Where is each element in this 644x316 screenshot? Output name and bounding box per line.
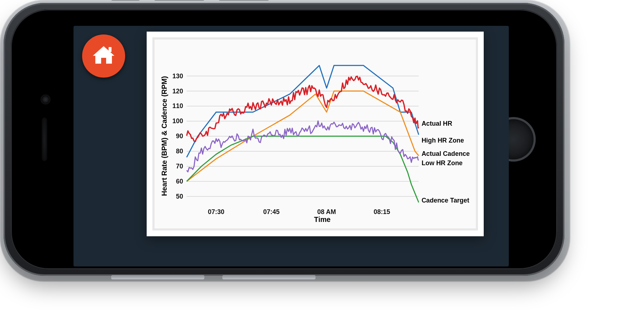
x-tick-label: 07:45 xyxy=(263,208,280,215)
app-screen: 07:3007:4508 AM08:15 5060708090100110120… xyxy=(74,26,509,266)
earpiece-speaker xyxy=(42,117,47,161)
legend-actual-hr: Actual HR xyxy=(422,120,453,127)
phone-bottom-port-right xyxy=(222,275,316,279)
home-icon xyxy=(90,42,117,70)
y-tick-label: 120 xyxy=(172,88,183,95)
phone-volume-up xyxy=(154,0,204,1)
y-tick-label: 50 xyxy=(176,193,183,200)
legend-cadence-target: Cadence Target xyxy=(422,197,469,204)
phone-volume-down xyxy=(219,0,269,1)
chart-frame: 07:3007:4508 AM08:15 5060708090100110120… xyxy=(152,37,478,231)
chart-card: 07:3007:4508 AM08:15 5060708090100110120… xyxy=(147,32,484,236)
page-root: { "app": { "home_button_name": "home" },… xyxy=(0,0,644,316)
x-tick-label: 07:30 xyxy=(208,208,224,215)
y-tick-label: 130 xyxy=(172,73,183,80)
y-tick-label: 60 xyxy=(176,178,183,185)
legend-low-hr: Low HR Zone xyxy=(422,159,463,167)
x-tick-label: 08 AM xyxy=(317,208,336,215)
legend-actual-cadence: Actual Cadence xyxy=(422,150,470,157)
y-tick-label: 70 xyxy=(176,163,183,170)
series-high-hr-zone xyxy=(187,65,419,157)
home-button[interactable] xyxy=(82,34,125,78)
y-tick-label: 110 xyxy=(172,102,183,110)
front-camera xyxy=(42,96,49,103)
x-axis-label: Time xyxy=(314,215,331,223)
phone-body: 07:3007:4508 AM08:15 5060708090100110120… xyxy=(4,3,564,276)
x-tick-label: 08:15 xyxy=(374,208,390,215)
y-axis-label: Heart Rate (BPM) & Cadence (RPM) xyxy=(160,76,168,196)
phone-bezel: 07:3007:4508 AM08:15 5060708090100110120… xyxy=(11,9,557,269)
y-tick-label: 90 xyxy=(176,133,183,140)
phone-top-switch xyxy=(111,0,140,1)
series-actual-hr xyxy=(187,76,419,141)
legend-high-hr: High HR Zone xyxy=(422,137,464,144)
phone-bottom-port-left xyxy=(111,275,204,279)
y-tick-label: 80 xyxy=(176,148,183,155)
workout-chart: 07:3007:4508 AM08:15 5060708090100110120… xyxy=(155,40,476,226)
series-actual-cadence xyxy=(187,121,419,172)
svg-rect-0 xyxy=(109,47,112,52)
y-tick-label: 100 xyxy=(172,117,183,125)
